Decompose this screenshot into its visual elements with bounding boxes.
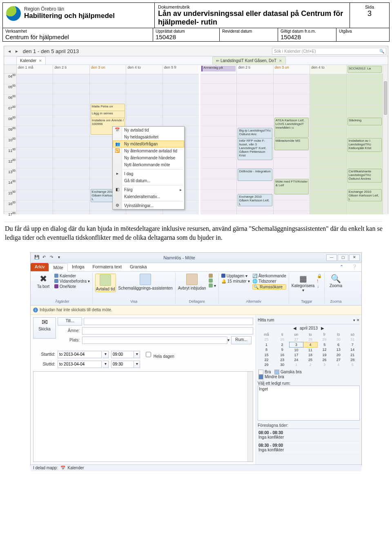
mini-cal-day[interactable]: 14 (345, 347, 359, 352)
start-time-field[interactable] (111, 351, 134, 358)
mini-cal-day[interactable]: 25 (303, 357, 317, 362)
subject-field[interactable] (82, 327, 253, 334)
responses-button[interactable]: ▾ (209, 283, 216, 288)
allday-checkbox[interactable]: Hela dagen (144, 350, 174, 359)
suggested-time-item[interactable]: 08:30 - 09:00Inga konflikter (258, 442, 360, 454)
calendar-day-column[interactable]: den 1 må (17, 65, 53, 214)
tab-kalender[interactable]: Kalender ✕ (16, 56, 46, 65)
context-menu-item[interactable]: Kalenderalternativ... (113, 193, 184, 200)
minimize-button[interactable]: — (326, 254, 337, 261)
close-icon[interactable]: ✕ (39, 59, 42, 63)
calendar-button[interactable]: Kalender (54, 274, 90, 278)
kategorisera-button[interactable]: ▦Kategorisera▾ (292, 274, 315, 292)
calendar-event[interactable]: Inför RFP möte F-huset, vån 3 Landstings… (238, 138, 272, 160)
tab-formatera[interactable]: Formatera text (89, 263, 126, 271)
location-dropdown-icon[interactable]: ▾ (227, 338, 229, 342)
schedule-assistant-button[interactable]: Schemaläggnings-assistenten (118, 274, 173, 290)
mini-cal-day[interactable]: 5 (317, 342, 331, 347)
context-menu-item[interactable]: ◧Färg▸ (113, 186, 184, 193)
mini-cal-day[interactable]: 15 (258, 352, 275, 357)
context-menu-item[interactable]: Nytt återkommande möte (113, 161, 184, 168)
calendar-day-column[interactable]: den 2 tiBig-ip LandstingsITKc Östlund An… (237, 65, 273, 214)
calendar-event[interactable]: Installation av I LandstingsITKc Kallion… (347, 138, 382, 152)
mini-cal-day[interactable]: 4 (303, 342, 317, 347)
calendar-event[interactable]: ATEA Karlsson Leif, LOVS LandstingsIT In… (274, 118, 309, 138)
help-icon[interactable]: ❔ (347, 263, 361, 271)
mini-cal-day[interactable]: 21 (345, 352, 359, 357)
date-dropdown-icon[interactable]: ▾ (102, 361, 109, 368)
tab-arkiv[interactable]: Arkiv (31, 263, 49, 271)
end-time-field[interactable] (111, 361, 134, 368)
mini-cal-day[interactable]: 9 (275, 347, 289, 352)
mini-cal-day[interactable]: 13 (332, 347, 345, 352)
mini-cal-day[interactable]: 1 (258, 342, 275, 347)
calendar-day-column[interactable]: den 2 ti (53, 65, 89, 214)
context-menu-item[interactable]: Ny heldagsaktivitet (113, 134, 184, 140)
mini-cal-day[interactable]: 11 (303, 347, 317, 352)
calendar-day-column[interactable]: den 3 onATEA Karlsson Leif, LOVS Landsti… (274, 65, 310, 214)
tab-mote[interactable]: Möte (49, 263, 67, 272)
mini-cal-day[interactable]: 8 (258, 347, 275, 352)
maximize-button[interactable]: ▢ (338, 254, 348, 261)
mini-cal-day[interactable]: 3 (289, 342, 303, 347)
next-month-icon[interactable]: ▶ (321, 326, 324, 330)
context-menu-item[interactable]: 🔁Ny återkommande avtalad tid (113, 147, 184, 154)
mini-cal-day[interactable]: 10 (289, 347, 303, 352)
context-menu-item[interactable]: Ny återkommande händelse (113, 154, 184, 161)
next-arrow-icon[interactable]: ► (13, 49, 20, 54)
mini-cal-day[interactable]: 23 (275, 357, 289, 362)
mini-cal-day[interactable]: 20 (332, 352, 345, 357)
calendar-day-column[interactable]: den 4 to (310, 65, 346, 214)
zoom-button[interactable]: 🔍Zooma (327, 274, 344, 288)
mini-cal-day[interactable]: 30 (332, 337, 345, 342)
mini-cal-day[interactable]: 12 (317, 347, 331, 352)
tab-resource[interactable]: ⇐ LandstingsIT Konf Gåsen, DoT ✕ (212, 56, 286, 65)
mini-cal-day[interactable]: 30 (275, 362, 289, 367)
pin-icon[interactable]: ▾ ✕ (353, 318, 360, 322)
mini-cal-day[interactable]: 5 (345, 362, 359, 367)
forward-button[interactable]: Vidarebefordra ▾ (54, 279, 90, 283)
calendar-right-pane[interactable]: den 1 måAnnandag påden 2 tiBig-ip Landst… (200, 65, 383, 214)
calendar-event[interactable]: Exchange 2010 Gåsen Karlsson Leif, L (238, 194, 272, 206)
prev-arrow-icon[interactable]: ◄ (6, 49, 13, 54)
mini-cal-day[interactable]: 2 (275, 342, 289, 347)
mini-cal-day[interactable]: 7 (345, 342, 359, 347)
delete-button[interactable]: ✖Ta bort (35, 274, 52, 289)
context-menu-item[interactable]: 👥Ny mötesförfrågan (113, 140, 184, 147)
calendar-event[interactable]: Städning (347, 118, 382, 125)
to-field[interactable] (84, 318, 253, 325)
meeting-body-textarea[interactable] (33, 371, 253, 462)
calendar-search-input[interactable]: Sök i Kalender (Ctrl+E) 🔍 (272, 48, 386, 55)
mini-cal-day[interactable]: 29 (317, 337, 331, 342)
allday-event[interactable]: SCCM2012: La (347, 66, 382, 73)
mini-cal-day[interactable]: 17 (289, 352, 303, 357)
reminder-dropdown[interactable]: 🔔15 minuter ▾ (221, 279, 250, 283)
mini-calendar[interactable]: måtiontofrlösö25262728293031123456789101… (258, 332, 360, 367)
mini-cal-day[interactable]: 4 (332, 362, 345, 367)
room-listbox[interactable]: Inget (258, 386, 360, 421)
context-menu-item[interactable]: Gå till datum... (113, 177, 184, 184)
context-menu-item[interactable]: ⚙Vyinställningar... (113, 202, 184, 209)
suggested-time-item[interactable]: 08:00 - 08:30Inga konflikter (258, 429, 360, 442)
tab-granska[interactable]: Granska (126, 263, 151, 271)
to-button[interactable]: Till... (58, 317, 82, 326)
context-menu-item[interactable]: 📅Ny avtalad tid (113, 127, 184, 134)
mini-cal-day[interactable]: 3 (317, 362, 331, 367)
mini-cal-day[interactable]: 29 (258, 362, 275, 367)
save-icon[interactable]: 💾 (34, 255, 40, 261)
mini-cal-day[interactable]: 25 (258, 337, 275, 342)
time-dropdown-icon[interactable]: ▾ (134, 351, 140, 358)
scrollbar-thumb[interactable] (384, 81, 387, 115)
time-dropdown-icon[interactable]: ▾ (134, 361, 140, 368)
undo-icon[interactable]: ↶ (41, 255, 47, 261)
rooms-button[interactable]: Rum... (231, 336, 252, 344)
close-icon[interactable]: ✕ (279, 59, 282, 63)
mini-cal-day[interactable]: 31 (345, 337, 359, 342)
timezones-button[interactable]: 🌐Tidszoner (252, 279, 286, 283)
mini-cal-day[interactable]: 1 (289, 362, 303, 367)
calendar-event[interactable]: Exchange 2010 Gåsen Karlsson Leif, L (347, 189, 382, 201)
mini-cal-day[interactable]: 26 (317, 357, 331, 362)
busy-dropdown[interactable]: Upptagen ▾ (221, 274, 250, 278)
private-button[interactable]: 🔒 (317, 274, 322, 278)
redo-icon[interactable]: ↷ (49, 255, 54, 261)
